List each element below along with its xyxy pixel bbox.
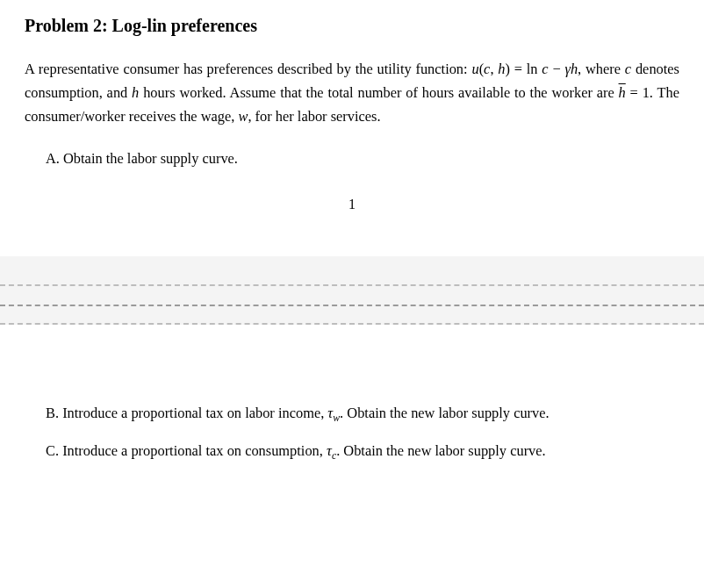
- page-number: 1: [25, 197, 679, 212]
- math-hbar: h: [619, 84, 626, 101]
- math-comma: ,: [490, 61, 498, 77]
- math-h2: h: [571, 61, 578, 77]
- page-break-gap: [0, 284, 704, 325]
- item-a: A. Obtain the labor supply curve.: [25, 147, 679, 170]
- math-eq: = ln: [510, 61, 542, 77]
- math-u: u: [471, 61, 478, 77]
- math-sub-w: w: [333, 412, 340, 425]
- intro-paragraph: A representative consumer has preference…: [25, 57, 679, 128]
- page-upper: Problem 2: Log-lin preferences A represe…: [0, 0, 704, 256]
- problem-title: Problem 2: Log-lin preferences: [25, 16, 679, 36]
- page-break-pad: [0, 325, 704, 333]
- text: , where: [578, 61, 625, 77]
- item-c: C. Introduce a proportional tax on consu…: [25, 440, 679, 464]
- text: B. Introduce a proportional tax on labor…: [46, 405, 327, 421]
- page-break-pad: [0, 256, 704, 284]
- math-w: w: [238, 108, 248, 125]
- text: A representative consumer has preference…: [25, 61, 471, 77]
- text: , for her labor services.: [248, 108, 380, 125]
- text: . Obtain the new labor supply curve.: [340, 405, 550, 421]
- text: hours worked. Assume that the total numb…: [139, 84, 618, 101]
- math-minus: −: [549, 61, 565, 77]
- text: C. Introduce a proportional tax on consu…: [46, 442, 327, 459]
- math-c2: c: [542, 61, 548, 77]
- item-b: B. Introduce a proportional tax on labor…: [25, 402, 679, 427]
- page-lower: B. Introduce a proportional tax on labor…: [0, 333, 704, 484]
- text: . Obtain the new labor supply curve.: [336, 442, 546, 459]
